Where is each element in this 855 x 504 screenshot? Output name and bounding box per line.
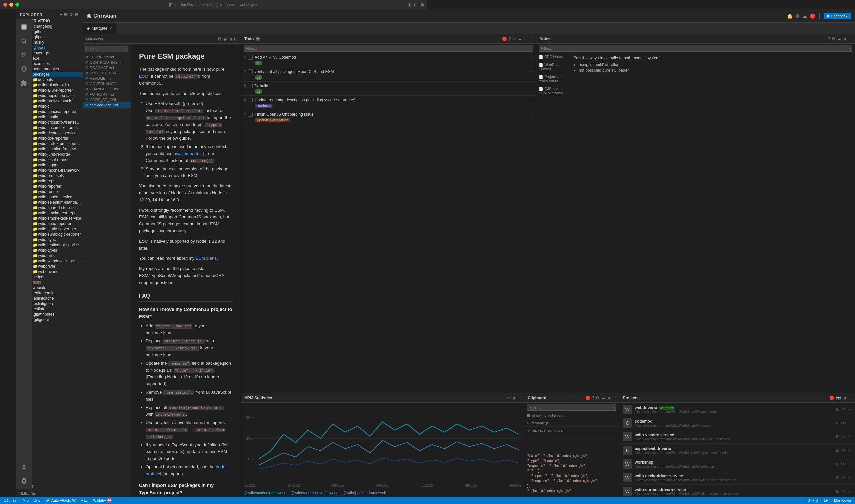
markdown-pane: Markdown ⚙ ◉ ⊞ ⊟ × <box>83 34 241 252</box>
todo-checkbox[interactable] <box>248 55 253 60</box>
file-md-icon: M <box>85 76 88 80</box>
file-entry-code-of-conduct[interactable]: MCODE_OF_CON... <box>83 97 131 102</box>
todo-item-1[interactable]: ⠿ Add v7 → v8 Codemod v8 ⋯ <box>241 53 427 67</box>
choices-list: Use ESM yourself. (preferred)Use import … <box>146 100 233 179</box>
file-entry-project[interactable]: MPROJECT_CHA... <box>83 70 131 76</box>
todo-checkbox[interactable] <box>248 84 253 88</box>
todo-tag: roadmap <box>255 104 273 108</box>
markdown-pane-header: Markdown ⚙ ◉ ⊞ ⊟ <box>83 34 241 44</box>
pane-circle-icon[interactable]: ◉ <box>224 37 227 41</box>
svg-point-0 <box>22 39 26 43</box>
close-button[interactable] <box>3 3 7 7</box>
new-file-icon[interactable]: + <box>60 12 63 17</box>
todo-text: Finish OpenJS Onboarding Issue OpenJS Fo… <box>255 112 427 122</box>
todo-filter-input[interactable] <box>244 45 427 52</box>
todo-checkbox[interactable] <box>248 69 253 74</box>
activity-search[interactable] <box>18 35 30 47</box>
todo-filter-area <box>241 44 427 53</box>
pane-settings-icon[interactable]: ⚙ <box>218 37 221 41</box>
file-entry-esm[interactable]: Mesm-package.md <box>83 102 131 108</box>
todo-title: Update roadmap description (including vs… <box>255 97 427 103</box>
file-name: README.md <box>90 76 111 80</box>
todo-checkbox[interactable] <box>248 112 253 117</box>
todo-title: Todo <box>245 37 254 41</box>
choice-1: Use ESM yourself. (preferred)Use import … <box>146 100 233 142</box>
drag-handle: ⠿ <box>244 112 246 116</box>
editor-container: ◉ Christian 🔔 ⚙ ☁ 🔴 ▶ Feedback ◆ Marquee… <box>83 9 427 252</box>
markdown-split: × MSECURITY.md MCONTRIBUTING... MROADMAP… <box>83 44 241 252</box>
esm-link[interactable]: ESM <box>139 74 148 79</box>
right-panels: Todo ▾ 🔴 ? ⚙ ☁ ⊞ ⋯ <box>241 34 427 252</box>
activity-explorer[interactable] <box>18 21 30 33</box>
todo-title: verify that all packages export CJS and … <box>255 69 427 75</box>
todo-dropdown-arrow[interactable]: ▾ <box>256 37 260 41</box>
refresh-icon[interactable]: ↺ <box>69 12 73 17</box>
traffic-lights <box>3 3 19 7</box>
svg-point-2 <box>25 53 26 54</box>
activity-bar <box>16 19 32 252</box>
new-folder-icon[interactable]: ⊞ <box>64 12 68 17</box>
todo-title: Finish OpenJS Onboarding Issue <box>255 112 427 117</box>
file-entry-readme[interactable]: MREADME.md <box>83 76 131 81</box>
tab-marquee[interactable]: ◆ Marquee × <box>83 23 117 34</box>
file-entry-changelog[interactable]: MCHANGELOG.md <box>83 86 131 92</box>
drag-handle: ⠿ <box>244 84 246 88</box>
content-p1: The package linked to from here is now p… <box>139 66 233 87</box>
titlebar-icon-3[interactable]: ⊠ <box>421 2 424 7</box>
todo-tag: OpenJS Foundation <box>255 118 290 122</box>
user-icon: ◉ <box>87 13 91 19</box>
todo-panel: Todo ▾ 🔴 ? ⚙ ☁ ⊞ ⋯ <box>241 34 427 252</box>
todo-checkbox[interactable] <box>248 98 253 102</box>
file-name: CHANGELOG.md <box>90 87 119 91</box>
activity-git[interactable] <box>18 49 30 61</box>
pane-minimize-icon[interactable]: ⊟ <box>234 37 237 41</box>
todo-items-list: ⠿ Add v7 → v8 Codemod v8 ⋯ ⠿ <box>241 53 427 252</box>
todo-item-4[interactable]: ⠿ Update roadmap description (including … <box>241 96 427 110</box>
content-p5: ESM is natively supported by Node.js 12 … <box>139 238 233 252</box>
window-title: [Extension Development Host] Marquee — w… <box>169 3 259 7</box>
topbar: ◉ Christian 🔔 ⚙ ☁ 🔴 ▶ Feedback <box>83 9 427 23</box>
file-entry-governance[interactable]: MGOVERNANCE... <box>83 81 131 86</box>
sidebar-title: EXPLORER <box>20 13 43 17</box>
panels-top: Todo ▾ 🔴 ? ⚙ ☁ ⊞ ⋯ <box>241 34 427 252</box>
pane-expand-icon[interactable]: ⊞ <box>229 37 232 41</box>
maximize-button[interactable] <box>15 3 19 7</box>
file-entry-contributing[interactable]: MCONTRIBUTING... <box>83 60 131 65</box>
todo-header: Todo ▾ 🔴 ? ⚙ ☁ ⊞ ⋯ <box>241 34 427 44</box>
drag-handle: ⠿ <box>244 55 246 59</box>
titlebar-icon-2[interactable]: ⊟ <box>414 2 418 7</box>
todo-text: Add v7 → v8 Codemod v8 <box>255 55 427 65</box>
minimize-button[interactable] <box>9 3 13 7</box>
await-import-link[interactable]: await import(…) <box>174 151 204 156</box>
content-p2: This means you have the following choice… <box>139 90 233 97</box>
file-entry-security[interactable]: MSECURITY.md <box>83 54 131 60</box>
file-name: esm-package.md <box>90 103 118 107</box>
sidebar-header: EXPLORER + ⊞ ↺ ⊟ <box>16 9 83 18</box>
activity-debug[interactable] <box>18 63 30 75</box>
file-md-icon: M <box>85 55 88 59</box>
file-name: ROADMAP.md <box>90 66 114 70</box>
todo-item-5[interactable]: ⠿ Finish OpenJS Onboarding Issue OpenJS … <box>241 110 427 124</box>
file-name: AUTHORS.md <box>90 92 114 96</box>
todo-tag: v8 <box>255 61 263 65</box>
file-md-icon: M <box>85 82 88 86</box>
collapse-icon[interactable]: ⊟ <box>75 12 79 17</box>
markdown-content-area: Pure ESM package The package linked to f… <box>131 44 241 252</box>
todo-text: Update roadmap description (including vs… <box>255 97 427 108</box>
file-entry-authors[interactable]: MAUTHORS.md <box>83 92 131 97</box>
file-filter-clear[interactable]: × <box>124 47 127 52</box>
svg-point-3 <box>22 56 23 57</box>
file-name: GOVERNANCE... <box>90 82 119 86</box>
content-p3: You also need to make sure you're on the… <box>139 183 233 203</box>
file-entry-roadmap[interactable]: MROADMAP.md <box>83 65 131 70</box>
todo-item-2[interactable]: ⠿ verify that all packages export CJS an… <box>241 67 427 82</box>
file-search-area: × <box>83 44 131 54</box>
file-filter-input[interactable] <box>85 46 128 52</box>
todo-item-3[interactable]: ⠿ fix build v8 ⋯ <box>241 82 427 96</box>
tab-close-icon[interactable]: × <box>109 26 112 31</box>
titlebar-icon-1[interactable]: ⊞ <box>408 2 411 7</box>
activity-extensions[interactable] <box>18 77 30 89</box>
content-p4: I would strongly recommend moving to ESM… <box>139 207 233 235</box>
svg-point-1 <box>22 53 23 54</box>
sidebar-header-icons: + ⊞ ↺ ⊟ <box>60 12 79 17</box>
